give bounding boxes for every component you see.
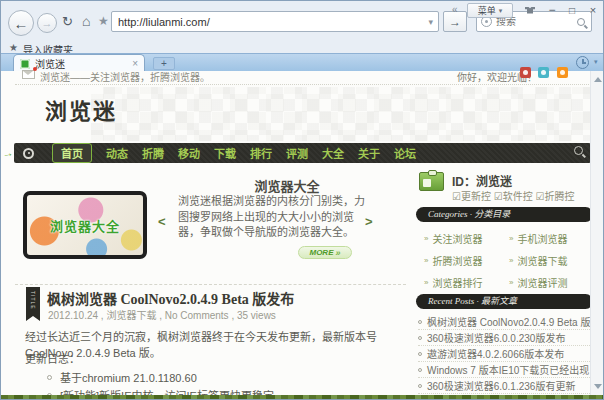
- recent-posts-header: Recent Posts · 最新文章: [416, 294, 593, 309]
- search-icon[interactable]: [577, 18, 585, 26]
- top-divider: [15, 84, 589, 85]
- tab-close-icon[interactable]: ×: [132, 58, 138, 69]
- page-scrollbar[interactable]: [590, 71, 603, 395]
- nav-item-forum[interactable]: 论坛: [394, 145, 416, 161]
- bullet-icon: [418, 368, 422, 372]
- address-bar[interactable]: ▾: [111, 11, 439, 32]
- url-input[interactable]: [112, 16, 428, 28]
- nav-search-icon[interactable]: [574, 146, 583, 155]
- history-clock-icon[interactable]: [576, 56, 589, 69]
- nav-item-home[interactable]: 首页: [52, 143, 92, 163]
- bullet-icon: [418, 336, 422, 340]
- bookmark-star-icon: ★: [9, 42, 18, 53]
- bullet-arrow-icon: »: [424, 234, 428, 243]
- header-mosaic-decoration: [91, 87, 591, 141]
- more-arrow-icon: »: [335, 248, 340, 258]
- bullet-icon: [47, 375, 52, 380]
- home-button[interactable]: ⌂: [82, 13, 90, 29]
- category-link[interactable]: »浏览器排行: [424, 275, 482, 290]
- mail-icon[interactable]: [22, 70, 35, 79]
- sidebar-id-label: ID：浏览迷: [452, 172, 512, 189]
- more-label: MORE: [309, 248, 333, 257]
- recent-post-link[interactable]: 360极速浏览器6.0.0.230版发布: [418, 330, 590, 346]
- sidebar-id-tags: ☑更新控 ☑软件控 ☑折腾控: [452, 188, 574, 203]
- id-card-icon: [419, 172, 444, 191]
- weibo-icon[interactable]: [520, 67, 531, 78]
- bullet-icon: [418, 384, 422, 388]
- skin-button[interactable]: [522, 3, 538, 17]
- nav-item-news[interactable]: 动态: [106, 145, 128, 161]
- recent-post-link[interactable]: 360极速浏览器6.0.1.236版有更新: [418, 378, 590, 394]
- menu-button[interactable]: 菜单 ▾: [467, 3, 513, 18]
- more-button[interactable]: MORE »: [298, 246, 352, 259]
- category-link[interactable]: »手机浏览器: [509, 231, 567, 246]
- category-link[interactable]: »浏览器下载: [509, 253, 567, 268]
- notification-dot: [33, 67, 37, 71]
- site-favicon: [20, 59, 30, 69]
- chevron-down-icon: ▾: [499, 7, 503, 15]
- featured-image[interactable]: 浏览器大全: [23, 191, 147, 259]
- bullet-arrow-icon: »: [424, 278, 428, 287]
- nav-item-tweak[interactable]: 折腾: [142, 145, 164, 161]
- nav-item-download[interactable]: 下载: [214, 145, 236, 161]
- rss-icon[interactable]: [557, 67, 568, 78]
- featured-title: 浏览器大全: [181, 176, 393, 195]
- nav-item-review[interactable]: 评测: [286, 145, 308, 161]
- site-tagline: 浏览迷——关注浏览器，折腾浏览器。: [40, 69, 210, 84]
- url-dropdown-icon[interactable]: ▾: [428, 17, 438, 27]
- back-button[interactable]: ←: [8, 10, 34, 36]
- nav-arrow-decoration: →: [1, 146, 14, 160]
- nav-item-about[interactable]: 关于: [358, 145, 380, 161]
- nav-target-icon: [23, 148, 34, 159]
- close-button[interactable]: ×: [585, 3, 601, 17]
- article-meta: 2012.10.24 , 浏览器下载 , No Comments , 35 vi…: [48, 307, 276, 322]
- collapse-toolbar-icon[interactable]: «: [452, 4, 458, 15]
- featured-description: 浏览迷根据浏览器的内核分门别类，力图搜罗网络上出现的大大小小的浏览器，争取做个导…: [178, 194, 366, 241]
- qq-icon[interactable]: [538, 67, 549, 78]
- bullet-arrow-icon: »: [509, 278, 513, 287]
- tabbar-dropdown-icon[interactable]: ▾: [594, 58, 598, 66]
- changelog-item: 基于chromium 21.0.1180.60: [47, 369, 197, 385]
- recent-post-link[interactable]: 遨游浏览器4.0.2.6066版本发布: [418, 346, 590, 362]
- section-divider: [15, 284, 406, 285]
- nav-item-ranking[interactable]: 排行: [250, 145, 272, 161]
- title-ribbon-icon: TITLE: [26, 287, 40, 321]
- nav-item-collection[interactable]: 大全: [322, 145, 344, 161]
- site-title: 浏览迷: [45, 93, 117, 125]
- featured-image-caption: 浏览器大全: [50, 216, 120, 235]
- bullet-icon: [418, 320, 422, 324]
- article-title[interactable]: 枫树浏览器 CoolNovo2.0.4.9 Beta 版发布: [47, 288, 294, 308]
- slider-next-icon[interactable]: >: [365, 214, 373, 229]
- scroll-down-icon[interactable]: [594, 384, 602, 389]
- refresh-button[interactable]: ↻: [62, 14, 73, 29]
- scroll-up-icon[interactable]: [594, 77, 602, 82]
- favorite-star-icon[interactable]: ★: [98, 14, 109, 28]
- categories-header: Categories · 分类目录: [416, 207, 593, 222]
- skin-icon: [525, 7, 535, 14]
- maximize-button[interactable]: □: [564, 3, 580, 17]
- changelog-label: 更新日志：: [25, 350, 80, 366]
- recent-post-link[interactable]: Windows 7 版本IE10下载页已经出现: [418, 362, 590, 378]
- browser-window: ← → ↻ ⌂ ★ ▾ → « 菜单 ▾ − □ × ★ 导入收藏夹 浏览迷 ×…: [0, 0, 604, 400]
- bullet-arrow-icon: »: [509, 256, 513, 265]
- menu-label: 菜单: [478, 4, 496, 17]
- forward-button[interactable]: →: [37, 13, 57, 33]
- category-link[interactable]: »折腾浏览器: [424, 253, 482, 268]
- nav-item-mobile[interactable]: 移动: [178, 145, 200, 161]
- bullet-icon: [418, 352, 422, 356]
- bullet-arrow-icon: »: [424, 256, 428, 265]
- category-link[interactable]: »浏览器评测: [509, 275, 567, 290]
- minimize-button[interactable]: −: [544, 3, 560, 17]
- category-link[interactable]: »关注浏览器: [424, 231, 482, 246]
- main-nav: 首页 动态 折腾 移动 下载 排行 评测 大全 关于 论坛: [14, 143, 591, 163]
- page-background-strip: [1, 395, 603, 400]
- article-intro: 经过长达近三个月的沉寂，枫树浏览器终于在今天发布更新，最新版本号 CoolNov…: [25, 328, 403, 360]
- slider-prev-icon[interactable]: <: [158, 214, 166, 229]
- bullet-arrow-icon: »: [509, 234, 513, 243]
- recent-post-link[interactable]: 枫树浏览器 CoolNovo2.0.4.9 Beta 版发布: [418, 314, 590, 330]
